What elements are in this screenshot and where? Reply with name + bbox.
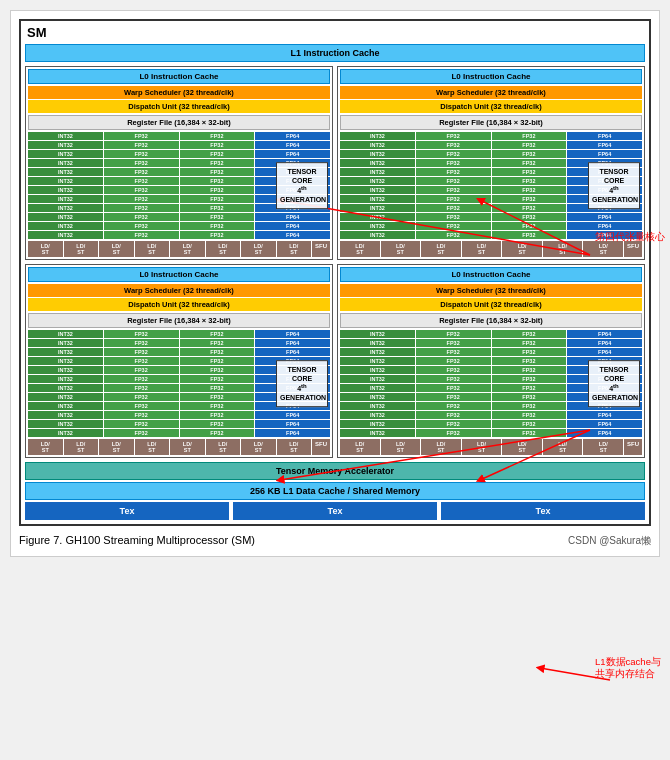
ld-sfu-row-q3: LD/ST LD/ST LD/ST LD/ST LD/ST LD/ST LD/S… <box>28 439 330 455</box>
l0-cache-q2: L0 Instruction Cache <box>340 69 642 84</box>
l0-cache-q3: L0 Instruction Cache <box>28 267 330 282</box>
tex-cell-3: Tex <box>441 502 645 520</box>
tensor-core-label-q4: TENSOR CORE4th GENERATION <box>588 360 640 408</box>
l0-cache-q4: L0 Instruction Cache <box>340 267 642 282</box>
warp-scheduler-q2: Warp Scheduler (32 thread/clk) <box>340 86 642 99</box>
page-container: SM L1 Instruction Cache L0 Instruction C… <box>10 10 660 557</box>
dispatch-unit-q2: Dispatch Unit (32 thread/clk) <box>340 100 642 113</box>
ld-sfu-row-q2: LD/ST LD/ST LD/ST LD/ST LD/ST LD/ST LD/S… <box>340 241 642 257</box>
int32-cell: INT32 <box>28 132 103 140</box>
svg-text:L1数据cache与: L1数据cache与 <box>595 656 661 667</box>
ld-sfu-row-q4: LD/ST LD/ST LD/ST LD/ST LD/ST LD/ST LD/S… <box>340 439 642 455</box>
core-area-q3: INT32FP32FP32FP64 INT32FP32FP32FP64 INT3… <box>28 330 330 437</box>
bottom-quadrants: L0 Instruction Cache Warp Scheduler (32 … <box>25 264 645 458</box>
sm-title: SM <box>25 25 645 40</box>
register-file-q1: Register File (16,384 × 32-bit) <box>28 115 330 130</box>
register-file-q4: Register File (16,384 × 32-bit) <box>340 313 642 328</box>
ld-sfu-row-q1: LD/ST LD/ST LD/ST LD/ST LD/ST LD/ST LD/S… <box>28 241 330 257</box>
core-area-q2: INT32FP32FP32FP64 INT32FP32FP32FP64 INT3… <box>340 132 642 239</box>
fp32-cell: FP32 <box>104 132 179 140</box>
tex-row: Tex Tex Tex <box>25 502 645 520</box>
sfu-q4: SFU <box>624 439 642 455</box>
core-row: INT32FP32FP32FP64 <box>28 132 330 140</box>
warp-scheduler-q3: Warp Scheduler (32 thread/clk) <box>28 284 330 297</box>
core-row: INT32FP32FP32FP64 <box>28 213 330 221</box>
tensor-core-label-q1: TENSOR CORE4th GENERATION <box>276 162 328 210</box>
fp32-cell: FP32 <box>180 132 255 140</box>
tex-cell-2: Tex <box>233 502 437 520</box>
dispatch-unit-q1: Dispatch Unit (32 thread/clk) <box>28 100 330 113</box>
quadrant-bottom-right: L0 Instruction Cache Warp Scheduler (32 … <box>337 264 645 458</box>
top-quadrants: L0 Instruction Cache Warp Scheduler (32 … <box>25 66 645 260</box>
core-area-q4: INT32FP32FP32FP64 INT32FP32FP32FP64 INT3… <box>340 330 642 437</box>
tensor-core-label-q3: TENSOR CORE4th GENERATION <box>276 360 328 408</box>
warp-scheduler-q4: Warp Scheduler (32 thread/clk) <box>340 284 642 297</box>
sfu-q3: SFU <box>312 439 330 455</box>
register-file-q3: Register File (16,384 × 32-bit) <box>28 313 330 328</box>
svg-line-6 <box>540 668 610 680</box>
fp64-cell: FP64 <box>255 132 330 140</box>
core-row: INT32FP32FP32FP64 <box>28 141 330 149</box>
tensor-core-label-q2: TENSOR CORE4th GENERATION <box>588 162 640 210</box>
dispatch-unit-q3: Dispatch Unit (32 thread/clk) <box>28 298 330 311</box>
quadrant-top-left: L0 Instruction Cache Warp Scheduler (32 … <box>25 66 333 260</box>
bottom-section: Tensor Memory Accelerator 256 KB L1 Data… <box>25 462 645 520</box>
dispatch-unit-q4: Dispatch Unit (32 thread/clk) <box>340 298 642 311</box>
l1-data-cache: 256 KB L1 Data Cache / Shared Memory <box>25 482 645 500</box>
register-file-q2: Register File (16,384 × 32-bit) <box>340 115 642 130</box>
sfu-q1: SFU <box>312 241 330 257</box>
quadrant-top-right: L0 Instruction Cache Warp Scheduler (32 … <box>337 66 645 260</box>
quadrant-bottom-left: L0 Instruction Cache Warp Scheduler (32 … <box>25 264 333 458</box>
core-row: INT32FP32FP32FP64 <box>28 231 330 239</box>
core-row: INT32FP32FP32FP64 <box>28 222 330 230</box>
tensor-memory-accelerator: Tensor Memory Accelerator <box>25 462 645 480</box>
tex-cell-1: Tex <box>25 502 229 520</box>
sm-diagram: SM L1 Instruction Cache L0 Instruction C… <box>19 19 651 526</box>
l1-instruction-cache: L1 Instruction Cache <box>25 44 645 62</box>
figure-caption: Figure 7. GH100 Streaming Multiprocessor… <box>19 534 651 548</box>
svg-text:共享内存结合: 共享内存结合 <box>595 668 655 679</box>
attribution-text: CSDN @Sakura懒 <box>568 534 651 548</box>
sfu-q2: SFU <box>624 241 642 257</box>
l0-cache-q1: L0 Instruction Cache <box>28 69 330 84</box>
figure-caption-text: Figure 7. GH100 Streaming Multiprocessor… <box>19 534 255 548</box>
warp-scheduler-q1: Warp Scheduler (32 thread/clk) <box>28 86 330 99</box>
core-area-q1: INT32FP32FP32FP64 INT32FP32FP32FP64 INT3… <box>28 132 330 239</box>
core-row: INT32FP32FP32FP64 <box>28 150 330 158</box>
